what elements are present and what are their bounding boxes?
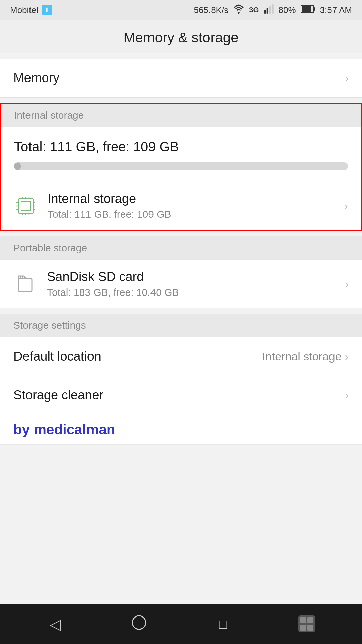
internal-storage-item-name: Internal storage xyxy=(48,192,344,206)
portable-storage-item-name: SanDisk SD card xyxy=(47,270,345,284)
internal-storage-header: Internal storage xyxy=(1,104,361,127)
svg-rect-2 xyxy=(269,6,271,14)
internal-storage-icon xyxy=(14,194,38,218)
app-icon xyxy=(297,614,317,634)
svg-rect-7 xyxy=(18,199,33,213)
sd-card-icon xyxy=(13,272,37,296)
portable-storage-section: Portable storage SanDisk SD card Total: … xyxy=(0,236,362,308)
default-location-chevron-icon: › xyxy=(345,350,349,363)
app-icon-button[interactable] xyxy=(293,610,320,637)
home-icon xyxy=(131,614,147,634)
svg-rect-1 xyxy=(266,8,268,13)
portable-storage-header: Portable storage xyxy=(0,236,362,260)
internal-storage-summary-text: Total: 111 GB, free: 109 GB xyxy=(14,139,348,154)
internal-storage-header-label: Internal storage xyxy=(14,110,84,121)
internal-storage-summary: Total: 111 GB, free: 109 GB xyxy=(1,127,361,181)
storage-settings-section: Storage settings Default location Intern… xyxy=(0,314,362,445)
network-type-icon: 3G xyxy=(249,6,259,14)
internal-storage-item-detail: Total: 111 GB, free: 109 GB xyxy=(48,209,344,220)
portable-storage-item-detail: Total: 183 GB, free: 10.40 GB xyxy=(47,287,345,298)
internal-storage-section: Internal storage Total: 111 GB, free: 10… xyxy=(0,103,362,231)
page-title: Memory & storage xyxy=(123,30,238,45)
signal-icon xyxy=(264,4,274,16)
status-bar: Mobitel ⬇ 565.8K/s 3G 80% 3:57 AM xyxy=(0,0,362,20)
recents-button[interactable]: □ xyxy=(209,610,236,637)
time-label: 3:57 AM xyxy=(320,5,352,15)
page-title-bar: Memory & storage xyxy=(0,20,362,53)
wifi-icon xyxy=(233,3,244,17)
network-speed: 565.8K/s xyxy=(194,5,229,15)
svg-rect-28 xyxy=(307,617,313,623)
internal-storage-item-row[interactable]: Internal storage Total: 111 GB, free: 10… xyxy=(1,181,361,230)
portable-storage-row[interactable]: SanDisk SD card Total: 183 GB, free: 10.… xyxy=(0,260,362,308)
battery-icon xyxy=(301,5,315,16)
default-location-value: Internal storage › xyxy=(262,350,349,363)
download-icon: ⬇ xyxy=(42,5,52,15)
back-button[interactable]: ◁ xyxy=(42,610,69,637)
default-location-label: Default location xyxy=(13,349,101,364)
navigation-bar: ◁ □ xyxy=(0,604,362,644)
storage-cleaner-chevron-icon: › xyxy=(345,389,349,402)
internal-storage-bar-fill xyxy=(14,162,21,170)
svg-rect-21 xyxy=(18,279,32,291)
portable-storage-chevron-icon: › xyxy=(345,277,349,290)
memory-chevron-icon: › xyxy=(345,71,349,85)
svg-rect-30 xyxy=(307,625,313,631)
default-location-row[interactable]: Default location Internal storage › xyxy=(0,337,362,376)
storage-settings-header-label: Storage settings xyxy=(13,320,86,331)
svg-rect-29 xyxy=(300,625,306,631)
svg-rect-8 xyxy=(21,201,31,211)
home-button[interactable] xyxy=(126,610,153,637)
status-right: 565.8K/s 3G 80% 3:57 AM xyxy=(194,3,352,17)
portable-storage-item-info: SanDisk SD card Total: 183 GB, free: 10.… xyxy=(47,270,345,298)
memory-row[interactable]: Memory › xyxy=(0,59,362,98)
watermark-row: by medicalman xyxy=(0,415,362,445)
memory-label: Memory xyxy=(13,71,59,85)
svg-rect-5 xyxy=(314,7,315,11)
storage-cleaner-label: Storage cleaner xyxy=(13,388,103,402)
svg-point-25 xyxy=(132,616,146,629)
battery-percent: 80% xyxy=(279,5,296,15)
svg-rect-6 xyxy=(302,6,311,12)
watermark-text: by medicalman xyxy=(13,422,115,437)
svg-rect-0 xyxy=(264,10,266,13)
storage-settings-header: Storage settings xyxy=(0,314,362,337)
internal-storage-item-info: Internal storage Total: 111 GB, free: 10… xyxy=(48,192,344,220)
svg-rect-27 xyxy=(300,617,306,623)
status-left: Mobitel ⬇ xyxy=(10,5,52,15)
portable-storage-header-label: Portable storage xyxy=(13,242,87,253)
content-spacer xyxy=(0,445,362,604)
default-location-value-text: Internal storage xyxy=(262,350,341,363)
back-icon: ◁ xyxy=(50,615,61,633)
storage-cleaner-row[interactable]: Storage cleaner › xyxy=(0,376,362,415)
carrier-label: Mobitel xyxy=(10,5,38,15)
internal-storage-bar xyxy=(14,162,348,170)
recents-icon: □ xyxy=(219,616,227,632)
internal-storage-item-chevron-icon: › xyxy=(344,199,348,212)
svg-rect-3 xyxy=(272,4,273,14)
